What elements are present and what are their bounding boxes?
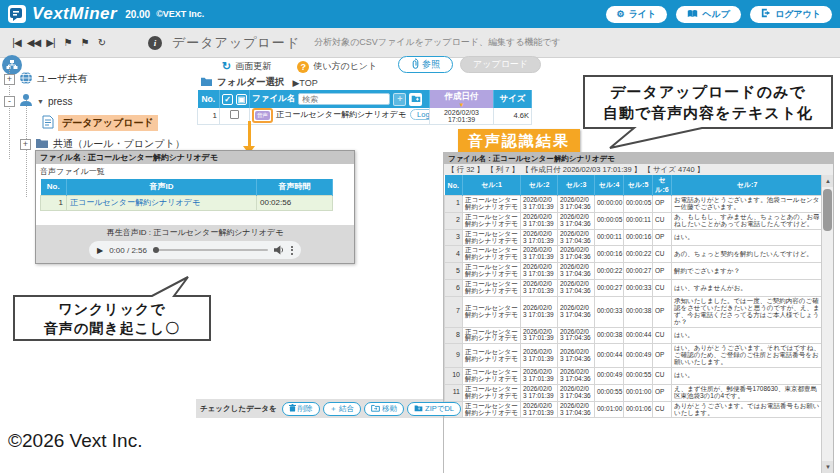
- results-scrollbar[interactable]: ▲ ▼: [821, 175, 833, 473]
- created-date-column-header[interactable]: 作成日付 ▼: [430, 90, 494, 108]
- refresh-icon: ↻: [222, 60, 231, 73]
- logout-icon: [761, 8, 771, 20]
- callout-one-click-transcription: ワンクリックで 音声の聞き起こし〇: [12, 276, 212, 342]
- seek-slider[interactable]: [153, 249, 268, 251]
- delete-button[interactable]: 削除: [282, 402, 320, 416]
- light-mode-button[interactable]: ⚙ ライト: [606, 6, 668, 23]
- cell-1: 正コールセンター解約シナリオデモ: [463, 229, 521, 246]
- scroll-down-icon[interactable]: ▼: [822, 461, 834, 473]
- new-folder-icon[interactable]: [409, 93, 422, 106]
- file-size-cell: 4.6K: [494, 108, 532, 124]
- app-version: 20.00: [125, 9, 150, 20]
- logout-button[interactable]: ログアウト: [750, 6, 832, 23]
- recognition-row: 7正コールセンター解約シナリオデモ2026/02/03 17:01:392026…: [445, 296, 823, 327]
- screen-refresh-button[interactable]: ↻ 画面更新: [222, 60, 271, 73]
- cell-1: 正コールセンター解約シナリオデモ: [463, 296, 521, 327]
- deselect-all-icon[interactable]: ▣: [236, 94, 247, 105]
- sidebar-item-user-share[interactable]: + ユーザ共有: [4, 71, 87, 87]
- sidebar-item-label: press: [48, 96, 72, 107]
- go-forward-icon[interactable]: ▶|: [42, 37, 59, 48]
- sidebar-item-label-selected: データアップロード: [58, 115, 158, 131]
- upload-actions: 参照 アップロード: [398, 56, 541, 73]
- row-checkbox[interactable]: [230, 110, 239, 119]
- cell-4: 00:00:22: [595, 263, 624, 280]
- cell-6: OP: [653, 263, 672, 280]
- folder-select-label: フォルダー選択: [217, 76, 284, 89]
- player-time: 0:00 / 2:56: [109, 246, 147, 255]
- log-button[interactable]: Log: [410, 109, 429, 120]
- cell-6: OP: [653, 344, 672, 368]
- info-icon[interactable]: i: [148, 36, 162, 50]
- cell-1: 正コールセンター解約シナリオデモ: [463, 384, 521, 401]
- cell-1: 正コールセンター解約シナリオデモ: [463, 263, 521, 280]
- cell-7: あ、もしもし、すみません、ちょっとあの、お尋ねしたいことがあってお電話したんです…: [672, 212, 823, 229]
- player-menu-icon[interactable]: [291, 246, 293, 255]
- file-name-link[interactable]: 正コールセンター解約シナリオデモ: [276, 110, 406, 119]
- cell-3: 2026/02/03 17:04:36: [558, 246, 595, 263]
- cell-7: 解約でございますか？: [672, 263, 823, 280]
- cell-4: 00:00:33: [595, 296, 624, 327]
- collapse-icon[interactable]: -: [4, 96, 15, 107]
- volume-icon[interactable]: [274, 241, 285, 259]
- cell-5: 00:00:27: [624, 263, 653, 280]
- zip-download-button[interactable]: ZIPでDL: [407, 402, 461, 416]
- row-number: 1: [445, 196, 463, 213]
- sidebar-item-press[interactable]: - ▼ press: [4, 93, 72, 109]
- cell-6: OP: [653, 384, 672, 401]
- folder-icon: [35, 137, 49, 151]
- move-button[interactable]: 移動: [364, 402, 404, 416]
- go-back-icon[interactable]: ◀◀: [25, 37, 42, 48]
- recognition-row: 6正コールセンター解約シナリオデモ2026/02/03 17:01:392026…: [445, 280, 823, 297]
- row-number: 1: [198, 108, 220, 124]
- cell-7: はい。: [672, 327, 823, 344]
- usage-hint-button[interactable]: ? 使い方のヒント: [297, 60, 377, 73]
- folder-path[interactable]: ▶TOP: [292, 78, 317, 88]
- col-header-no: No.: [445, 175, 463, 196]
- expand-icon[interactable]: +: [4, 74, 15, 85]
- col-header-cell5: セル:5: [624, 175, 653, 196]
- header-buttons: ⚙ ライト ヘルプ ログアウト: [606, 6, 832, 23]
- bookmark-icon[interactable]: ⚑: [76, 37, 93, 48]
- cell-5: 00:00:33: [624, 280, 653, 297]
- recognition-results-panel: ファイル名 : 正コールセンター解約シナリオデモ 【 行 32 】 【 列 7 …: [443, 152, 834, 473]
- seek-handle[interactable]: [153, 247, 159, 253]
- sidebar-item-data-upload[interactable]: データアップロード: [42, 115, 158, 131]
- cell-6: OP: [653, 196, 672, 213]
- add-file-icon[interactable]: +: [393, 93, 406, 106]
- select-all-icon[interactable]: ✓: [222, 94, 233, 105]
- row-number: 2: [445, 212, 463, 229]
- row-number: 11: [445, 384, 463, 401]
- trash-icon: [289, 404, 296, 414]
- cell-4: 00:00:05: [595, 212, 624, 229]
- page-subtitle: 分析対象のCSVファイルをアップロード、編集する機能です: [314, 36, 561, 49]
- reload-icon[interactable]: ↻: [93, 37, 110, 48]
- play-icon[interactable]: ▶: [97, 246, 103, 255]
- expanded-marker: ▼: [37, 98, 44, 105]
- cell-5: 00:00:22: [624, 246, 653, 263]
- cell-5: 00:01:00: [624, 384, 653, 401]
- help-button[interactable]: ヘルプ: [676, 6, 741, 23]
- voice-id-link[interactable]: 正コールセンター解約シナリオデモ: [70, 198, 200, 207]
- sort-desc-icon: ▼: [432, 103, 491, 107]
- browse-button[interactable]: 参照: [398, 56, 453, 73]
- file-search-input[interactable]: [298, 93, 390, 105]
- sidebar-item-common-rules[interactable]: + 共通（ルール・プロンプト）: [20, 137, 185, 151]
- file-name-header-label: ファイル名: [252, 93, 295, 105]
- scrollbar-thumb[interactable]: [823, 189, 832, 231]
- cell-4: 00:00:49: [595, 368, 624, 385]
- go-first-icon[interactable]: |◀: [8, 37, 25, 48]
- cell-4: 00:00:00: [595, 196, 624, 213]
- scroll-up-icon[interactable]: ▲: [822, 175, 834, 187]
- cell-2: 2026/02/03 17:01:39: [521, 212, 558, 229]
- expand-icon[interactable]: +: [20, 139, 31, 150]
- audio-panel-file-label: ファイル名 : 正コールセンター解約シナリオデモ: [36, 151, 354, 164]
- recognition-row: 4正コールセンター解約シナリオデモ2026/02/03 17:01:392026…: [445, 246, 823, 263]
- upload-button-disabled[interactable]: アップロード: [460, 56, 541, 73]
- merge-button[interactable]: ＋ 結合: [323, 402, 362, 416]
- row-number: 5: [445, 263, 463, 280]
- bookmark-add-icon[interactable]: ⚑: [59, 37, 76, 48]
- audio-player-footer: 再生音声ID : 正コールセンター解約シナリオデモ ▶ 0:00 / 2:56: [36, 225, 354, 263]
- cell-7: はい、すみませんがお。: [672, 280, 823, 297]
- callout-text: ワンクリックで 音声の聞き起こし〇: [12, 300, 212, 338]
- cell-7: え、まず住所が、郵便番号1708630、東京都豊島区東池袋3の1の4です。: [672, 384, 823, 401]
